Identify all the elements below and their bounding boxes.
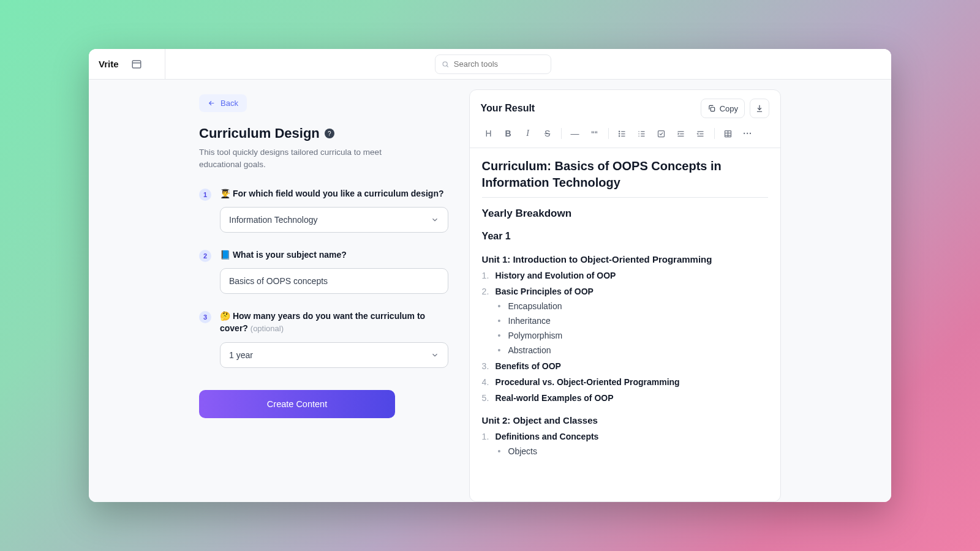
table-tool[interactable] (720, 126, 736, 141)
result-pane: Your Result Copy H B I (458, 80, 891, 502)
search-wrap (104, 54, 881, 74)
copy-label: Copy (720, 104, 738, 113)
step-badge-1: 1 (199, 189, 211, 201)
years-select-value: 1 year (229, 350, 253, 360)
list-item: 4.Procedural vs. Object-Oriented Program… (482, 377, 768, 387)
copy-icon (707, 104, 716, 113)
list-item: Objects (498, 446, 768, 456)
svg-point-1 (443, 61, 447, 66)
optional-tag: (optional) (251, 324, 284, 333)
field-2-label: 📘 What is your subject name? (220, 249, 448, 261)
result-head: Your Result Copy (470, 90, 780, 118)
copy-button[interactable]: Copy (701, 99, 745, 118)
checklist-tool[interactable] (654, 126, 669, 141)
list-item: Polymorphism (498, 331, 768, 340)
result-title: Your Result (481, 103, 535, 114)
svg-point-4 (619, 133, 620, 133)
doc-breakdown: Yearly Breakdown (482, 208, 768, 220)
unit1-list: 1.History and Evolution of OOP 2.Basic P… (482, 271, 768, 296)
ul-tool[interactable] (614, 126, 630, 141)
list-item: Encapsulation (498, 301, 768, 311)
download-button[interactable] (750, 99, 769, 118)
search-icon (442, 60, 449, 69)
field-select-value: Information Technology (229, 215, 318, 225)
page-title: Curriculum Design (199, 126, 320, 141)
topbar: Vrite (89, 49, 891, 80)
help-icon[interactable]: ? (325, 129, 334, 138)
list-item: 1.History and Evolution of OOP (482, 271, 768, 280)
chevron-down-icon (431, 351, 439, 359)
list-item: 1.Definitions and Concepts (482, 432, 768, 441)
field-3-body: 🤔 How many years do you want the curricu… (220, 310, 448, 368)
arrow-left-icon (208, 99, 216, 107)
result-card: Your Result Copy H B I (469, 89, 781, 502)
bold-tool[interactable]: B (500, 126, 516, 141)
list-item: Inheritance (498, 316, 768, 326)
doc-year: Year 1 (482, 231, 768, 242)
page-description: This tool quickly designs tailored curri… (199, 146, 383, 171)
field-3-label: 🤔 How many years do you want the curricu… (220, 310, 448, 335)
ol-tool[interactable] (634, 126, 650, 141)
step-badge-3: 3 (199, 311, 211, 323)
result-actions: Copy (701, 99, 769, 118)
toolbar-separator (714, 128, 715, 139)
field-2-body: 📘 What is your subject name? (220, 249, 448, 294)
field-select[interactable]: Information Technology (220, 207, 448, 233)
page-title-row: Curriculum Design ? (199, 126, 448, 141)
strike-tool[interactable]: S (540, 126, 556, 141)
toolbar-separator (561, 128, 562, 139)
field-3: 3 🤔 How many years do you want the curri… (199, 310, 448, 368)
chevron-down-icon (431, 216, 439, 224)
unit1-title: Unit 1: Introduction to Object-Oriented … (482, 254, 768, 264)
unit1-sublist: Encapsulation Inheritance Polymorphism A… (498, 301, 768, 355)
result-body[interactable]: Curriculum: Basics of OOPS Concepts in I… (470, 148, 780, 501)
hr-tool[interactable]: — (567, 126, 583, 141)
back-label: Back (221, 99, 238, 108)
quote-tool[interactable]: ““ (587, 126, 603, 141)
app-window: Vrite Back Curriculum Design ? This tool… (89, 49, 891, 502)
heading-tool[interactable]: H (481, 126, 497, 141)
svg-rect-2 (710, 107, 714, 111)
list-item: 2.Basic Principles of OOP (482, 287, 768, 296)
more-tool[interactable]: ··· (740, 126, 756, 141)
list-item: 5.Real-world Examples of OOP (482, 393, 768, 403)
unit2-sublist: Objects (498, 446, 768, 456)
outdent-tool[interactable] (693, 126, 709, 141)
subject-input-wrap[interactable] (220, 268, 448, 294)
unit2-title: Unit 2: Object and Classes (482, 415, 768, 425)
unit2-list: 1.Definitions and Concepts (482, 432, 768, 441)
search-input[interactable] (435, 54, 551, 74)
subject-input[interactable] (229, 276, 439, 286)
field-1-label: 👨‍🎓 For which field would you like a cur… (220, 187, 448, 200)
svg-rect-6 (658, 130, 665, 137)
content: Back Curriculum Design ? This tool quick… (89, 80, 891, 502)
create-content-button[interactable]: Create Content (199, 390, 395, 418)
indent-tool[interactable] (673, 126, 689, 141)
search-field[interactable] (454, 59, 545, 69)
list-item: 3.Benefits of OOP (482, 361, 768, 371)
field-2: 2 📘 What is your subject name? (199, 249, 448, 294)
svg-point-5 (619, 135, 620, 136)
editor-toolbar: H B I S — ““ ··· (470, 118, 780, 148)
step-badge-2: 2 (199, 250, 211, 262)
italic-tool[interactable]: I (520, 126, 536, 141)
doc-title: Curriculum: Basics of OOPS Concepts in I… (482, 158, 768, 198)
field-1: 1 👨‍🎓 For which field would you like a c… (199, 187, 448, 233)
list-item: Abstraction (498, 345, 768, 355)
download-icon (755, 104, 764, 113)
back-button[interactable]: Back (199, 94, 247, 112)
toolbar-separator (608, 128, 609, 139)
form-pane: Back Curriculum Design ? This tool quick… (89, 80, 458, 502)
field-1-body: 👨‍🎓 For which field would you like a cur… (220, 187, 448, 233)
unit1-list-cont: 3.Benefits of OOP 4.Procedural vs. Objec… (482, 361, 768, 403)
svg-point-3 (619, 131, 620, 132)
years-select[interactable]: 1 year (220, 342, 448, 368)
